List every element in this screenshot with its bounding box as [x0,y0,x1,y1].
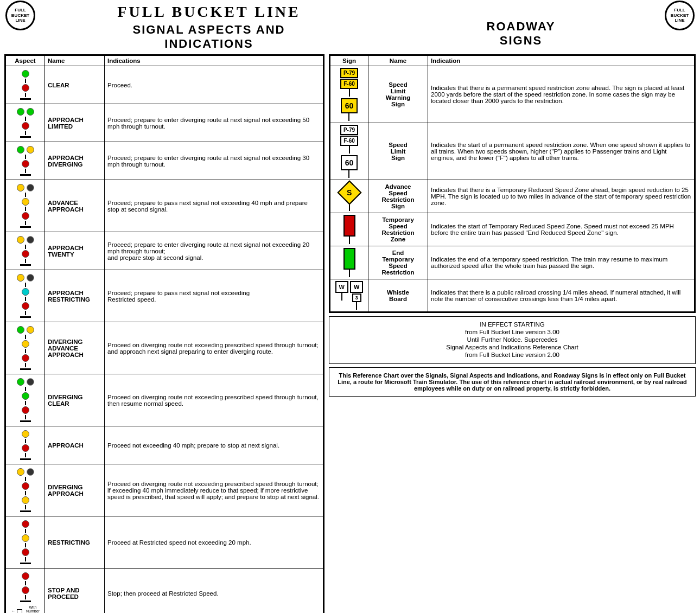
disclaimer-text: This Reference Chart over the Signals, S… [336,372,689,392]
indication-temp-speed-restriction: Indicates the start of Temporary Reduced… [428,213,695,246]
name-diverging-approach: DIVERGINGAPPROACH [45,464,105,516]
sign-advance-speed-restriction: S [330,180,368,213]
table-row: P-79 F-60 60 S [330,66,695,123]
table-row: ADVANCEAPPROACH Proceed; prepare to pass… [6,180,323,232]
name-diverging-advance-approach: DIVERGINGADVANCEAPPROACH [45,322,105,374]
name-restricting: RESTRICTING [45,516,105,569]
col-header-indication: Indications [105,56,323,66]
logo-right: FULLBUCKETLINE [665,1,695,30]
signal-aspects-table: Aspect Name Indications [5,55,323,613]
name-diverging-clear: DIVERGINGCLEAR [45,374,105,426]
info-line4: Signal Aspects and Indications Reference… [336,344,689,350]
col-header-name: Name [45,56,105,66]
name-stop-and-proceed: STOP ANDPROCEED [45,569,105,614]
name-approach: APPROACH [45,426,105,464]
table-row: DIVERGINGADVANCEAPPROACH Proceed on dive… [6,322,323,374]
table-row: APPROACHLIMITED Proceed; prepare to ente… [6,104,323,142]
info-line1: IN EFFECT STARTING [336,321,689,328]
indication-restricting: Proceed at Restricted speed not exceedin… [105,516,323,569]
indication-clear: Proceed. [105,66,323,104]
sign-temp-speed-restriction [330,213,368,246]
col-header-aspect: Aspect [6,56,45,66]
aspect-approach-restricting [6,270,45,322]
aspect-diverging-clear [6,374,45,426]
table-row: ← With Number Plate STOP ANDPROCEED Stop… [6,569,323,614]
indication-advance-speed-restriction: Indicates that there is a Temporary Redu… [428,180,695,213]
info-line3: Until Further Notice. Supercedes [336,336,689,343]
aspect-approach-limited [6,104,45,142]
table-row: DIVERGINGAPPROACH Proceed on diverging r… [6,464,323,516]
signal-aspects-table-wrap: Aspect Name Indications [4,54,324,613]
name-clear: CLEAR [45,66,105,104]
table-row: APPROACHDIVERGING Proceed; prepare to en… [6,142,323,180]
col-header-sign-name: Name [368,56,428,66]
info-line2: from Full Bucket Line version 3.00 [336,329,689,335]
signs-table-wrap: Sign Name Indication P-79 [329,54,696,313]
indication-diverging-advance-approach: Proceed on diverging route not exceeding… [105,322,323,374]
sign-name-temp-speed-restriction: TemporarySpeedRestrictionZone [368,213,428,246]
info-line5: from Full Bucket Line version 2.00 [336,352,689,358]
table-row: DIVERGINGCLEAR Proceed on diverging rout… [6,374,323,426]
signs-section-title: ROADWAYSIGNS [380,20,662,48]
table-row: APPROACH Proceed not exceeding 40 mph; p… [6,426,323,464]
aspect-diverging-approach [6,464,45,516]
aspect-restricting [6,516,45,569]
indication-stop-and-proceed: Stop; then proceed at Restricted Speed. [105,569,323,614]
indication-diverging-clear: Proceed on diverging route not exceeding… [105,374,323,426]
indication-advance-approach: Proceed; prepare to pass next signal not… [105,180,323,232]
page-header: FULLBUCKETLINE FULL BUCKET LINE SIGNAL A… [0,0,700,52]
aspect-clear [6,66,45,104]
name-advance-approach: ADVANCEAPPROACH [45,180,105,232]
right-panel: Sign Name Indication P-79 [329,54,696,613]
table-row: EndTemporarySpeedRestriction Indicates t… [330,246,695,279]
table-row: CLEAR Proceed. [6,66,323,104]
sign-speed-limit-warning: P-79 F-60 60 [330,66,368,123]
signs-table: Sign Name Indication P-79 [330,55,695,312]
name-approach-restricting: APPROACHRESTRICTING [45,270,105,322]
logo-left: FULLBUCKETLINE [5,1,35,30]
indication-approach-limited: Proceed; prepare to enter diverging rout… [105,104,323,142]
indication-approach-restricting: Proceed; prepare to pass next signal not… [105,270,323,322]
col-header-sign-indication: Indication [428,56,695,66]
sign-name-whistle-board: WhistleBoard [368,279,428,312]
indication-speed-limit-warning: Indicates that there is a permanent spee… [428,66,695,123]
info-box: IN EFFECT STARTING from Full Bucket Line… [329,316,696,364]
table-row: APPROACHTWENTY Proceed; prepare to enter… [6,232,323,270]
sign-speed-limit: P-79 F-60 60 [330,123,368,180]
aspect-approach-twenty [6,232,45,270]
main-content: Aspect Name Indications [0,52,700,613]
aspect-diverging-advance-approach [6,322,45,374]
indication-diverging-approach: Proceed on diverging route not exceeding… [105,464,323,516]
sign-whistle-board: W W 3 [330,279,368,312]
name-approach-limited: APPROACHLIMITED [45,104,105,142]
page-title: FULL BUCKET LINE [38,3,380,21]
disclaimer-box: This Reference Chart over the Signals, S… [329,367,696,397]
table-row: S AdvanceSpeedRestrictionSign Indicates … [330,180,695,213]
name-approach-twenty: APPROACHTWENTY [45,232,105,270]
indication-whistle-board: Indicates that there is a public railroa… [428,279,695,312]
indication-speed-limit: Indicates the start of a permanent speed… [428,123,695,180]
indication-end-temp-restriction: Indicates the end of a temporary speed r… [428,246,695,279]
sign-name-end-temp-restriction: EndTemporarySpeedRestriction [368,246,428,279]
table-row: RESTRICTING Proceed at Restricted speed … [6,516,323,569]
signal-section-title: SIGNAL ASPECTS ANDINDICATIONS [38,23,380,51]
aspect-approach-diverging [6,142,45,180]
table-row: W W 3 [330,279,695,312]
sign-name-advance-speed-restriction: AdvanceSpeedRestrictionSign [368,180,428,213]
table-row: APPROACHRESTRICTING Proceed; prepare to … [6,270,323,322]
indication-approach-twenty: Proceed; prepare to enter diverging rout… [105,232,323,270]
col-header-sign: Sign [330,56,368,66]
indication-approach: Proceed not exceeding 40 mph; prepare to… [105,426,323,464]
aspect-stop-and-proceed: ← With Number Plate [6,569,45,614]
indication-approach-diverging: Proceed; prepare to enter diverging rout… [105,142,323,180]
name-approach-diverging: APPROACHDIVERGING [45,142,105,180]
left-section-header: FULL BUCKET LINE SIGNAL ASPECTS ANDINDIC… [5,3,380,51]
table-row: P-79 F-60 60 S [330,123,695,180]
sign-name-speed-limit-warning: SpeedLimitWarningSign [368,66,428,123]
sign-name-speed-limit: SpeedLimitSign [368,123,428,180]
aspect-advance-approach [6,180,45,232]
table-row: TemporarySpeedRestrictionZone Indicates … [330,213,695,246]
aspect-approach [6,426,45,464]
right-section-header: ROADWAYSIGNS [380,3,695,48]
sign-end-temp-restriction [330,246,368,279]
